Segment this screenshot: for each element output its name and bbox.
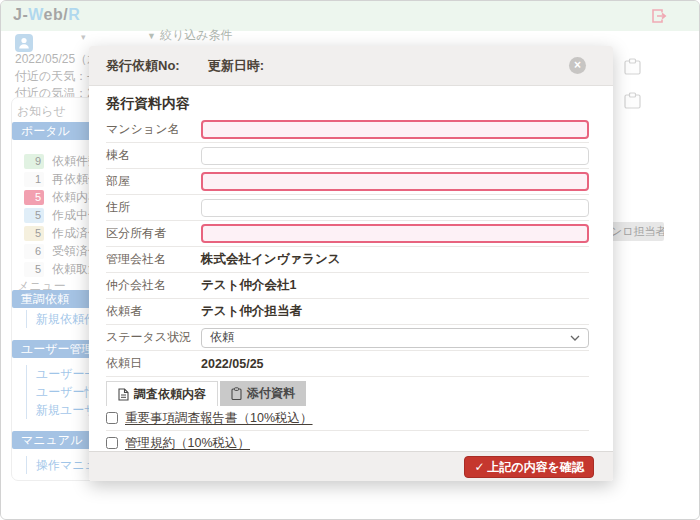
management-rules-checkbox[interactable] (106, 437, 118, 449)
field-label: ステータス状況 (106, 329, 201, 346)
form-row-address: 住所 (106, 195, 589, 221)
clipboard-icon (231, 387, 242, 400)
form: マンション名 棟名 部屋 住所 区分所有者 管理会社名 株式会社インヴァラ (106, 117, 589, 377)
unit-owner-input[interactable] (201, 224, 589, 243)
confirm-button-label: 上記の内容を確認 (487, 459, 584, 476)
field-label: 仲介会社名 (106, 277, 201, 294)
field-label: 部屋 (106, 173, 201, 190)
field-label: 住所 (106, 199, 201, 216)
checkbox-label-link[interactable]: 管理規約（10%税込） (125, 435, 250, 452)
tab-attachments[interactable]: 添付資料 (220, 381, 306, 406)
tab-bar: 調査依頼内容 添付資料 (106, 381, 613, 406)
document-options: 重要事項調査報告書（10%税込） 管理規約（10%税込） (106, 406, 589, 456)
issue-document-modal: 発行依頼No: 更新日時: × 発行資料内容 マンション名 棟名 部屋 住所 (89, 46, 613, 481)
confirm-button[interactable]: ✓ 上記の内容を確認 (464, 456, 594, 478)
close-icon[interactable]: × (569, 57, 586, 74)
field-label: 管理会社名 (106, 251, 201, 268)
room-input[interactable] (201, 172, 589, 191)
field-label: 依頼日 (106, 355, 201, 372)
request-date-value: 2022/05/25 (201, 357, 264, 371)
modal-header: 発行依頼No: 更新日時: × (89, 46, 613, 86)
form-row-room: 部屋 (106, 169, 589, 195)
form-row-broker-company: 仲介会社名 テスト仲介会社1 (106, 273, 589, 299)
status-select[interactable]: 依頼 (201, 328, 589, 348)
status-select-value: 依頼 (210, 329, 570, 346)
field-label: マンション名 (106, 121, 201, 138)
address-input[interactable] (201, 199, 589, 217)
mansion-name-input[interactable] (201, 120, 589, 139)
form-row-building-name: 棟名 (106, 143, 589, 169)
requester-value: テスト仲介担当者 (201, 303, 302, 320)
management-company-value: 株式会社インヴァランス (201, 251, 341, 268)
checkbox-row-important-matters-report: 重要事項調査報告書（10%税込） (106, 406, 589, 431)
form-row-requester: 依頼者 テスト仲介担当者 (106, 299, 589, 325)
important-matters-report-checkbox[interactable] (106, 412, 118, 424)
tab-survey-request-content[interactable]: 調査依頼内容 (106, 381, 218, 406)
tab-label: 添付資料 (247, 385, 295, 402)
field-label: 棟名 (106, 147, 201, 164)
modal-title: 発行資料内容 (106, 95, 596, 113)
building-name-input[interactable] (201, 147, 589, 165)
app-window: J-Web/R ▼絞り込み条件 ▾ 2022/05/25（水） 付近の天気：—（… (0, 0, 700, 520)
document-icon (118, 388, 129, 401)
updated-at-label: 更新日時: (208, 57, 264, 75)
form-row-mansion-name: マンション名 (106, 117, 589, 143)
tab-label: 調査依頼内容 (134, 386, 206, 403)
checkbox-label-link[interactable]: 重要事項調査報告書（10%税込） (125, 410, 313, 427)
chevron-down-icon (570, 335, 580, 341)
form-row-management-company: 管理会社名 株式会社インヴァランス (106, 247, 589, 273)
modal-footer: ✓ 上記の内容を確認 (89, 451, 613, 481)
form-row-status: ステータス状況 依頼 (106, 325, 589, 351)
check-icon: ✓ (474, 460, 484, 474)
request-no-label: 発行依頼No: (106, 57, 180, 75)
field-label: 依頼者 (106, 303, 201, 320)
form-row-request-date: 依頼日 2022/05/25 (106, 351, 589, 377)
field-label: 区分所有者 (106, 225, 201, 242)
broker-company-value: テスト仲介会社1 (201, 277, 296, 294)
form-row-unit-owner: 区分所有者 (106, 221, 589, 247)
